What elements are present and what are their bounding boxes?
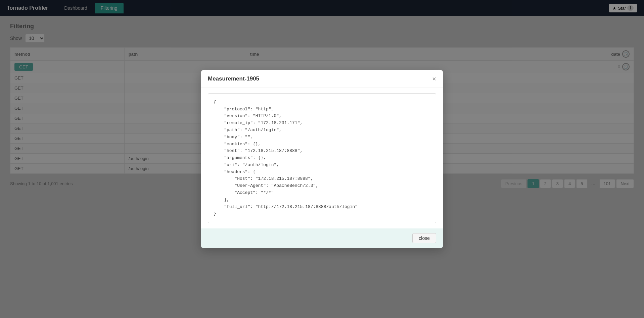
modal-header: Measurement-1905 ×: [201, 70, 443, 88]
modal-close-x-button[interactable]: ×: [432, 75, 436, 82]
modal-body: { "protocol": "http", "version": "HTTP/1…: [201, 88, 443, 229]
modal-close-button[interactable]: close: [412, 233, 436, 243]
modal: Measurement-1905 × { "protocol": "http",…: [201, 70, 443, 248]
modal-code-content: { "protocol": "http", "version": "HTTP/1…: [208, 93, 436, 223]
modal-overlay[interactable]: Measurement-1905 × { "protocol": "http",…: [0, 0, 644, 318]
modal-footer: close: [201, 228, 443, 248]
modal-title: Measurement-1905: [208, 75, 259, 82]
